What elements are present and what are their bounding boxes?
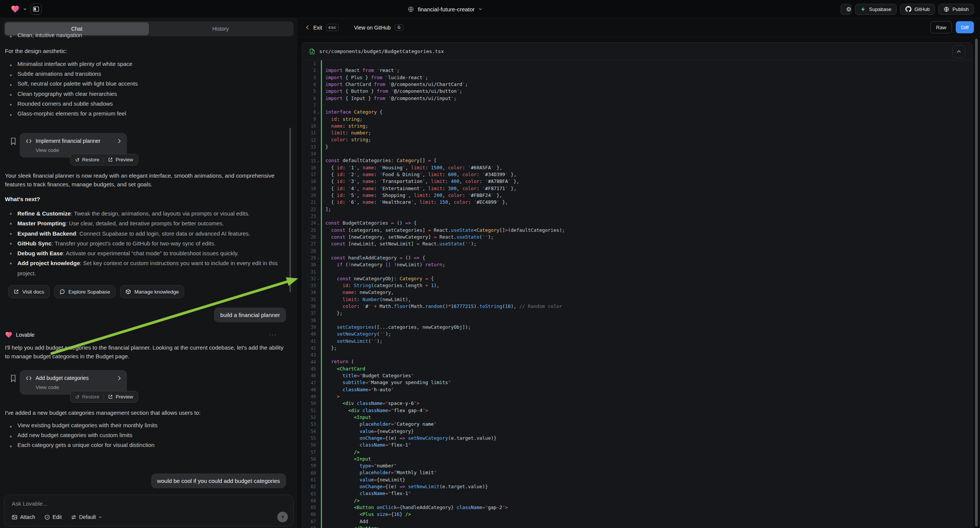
code-line: 9 id: string; [302, 116, 972, 123]
globe-icon [407, 6, 414, 13]
code-line: 34 name: newCategory, [302, 289, 972, 296]
chevron-down-icon [99, 515, 102, 519]
bookmark-icon[interactable] [10, 375, 16, 382]
supabase-button[interactable]: Supabase [855, 4, 897, 15]
exit-button[interactable]: Exit [313, 25, 322, 31]
collapse-file-button[interactable] [952, 45, 965, 58]
code-line: 4import ChartCard from '@/components/ui/… [302, 81, 972, 88]
code-line: 27 const [newLimit, setNewLimit] = React… [302, 240, 972, 247]
code-line: 16 { id: '1', name: 'Housing', limit: 15… [302, 164, 972, 171]
restore-button[interactable]: ↺ Restore [75, 394, 99, 399]
code-lines: 12import React from 'react';3import { Pl… [302, 60, 972, 528]
code-line: 42 }; [302, 345, 972, 351]
preview-button[interactable]: Preview [108, 157, 133, 162]
code-line: 3import { Plus } from 'lucide-react'; [302, 74, 972, 81]
file-header[interactable]: src/components/budget/BudgetCategories.t… [302, 43, 972, 60]
restore-preview-pill: ↺ Restore Preview [70, 391, 138, 402]
composer[interactable]: Ask Lovable... Attach Edit Default [4, 495, 294, 526]
code-line: 29⌄ const handleAddCategory = () => { [302, 254, 972, 261]
code-line: 11 limit: number; [302, 130, 972, 136]
code-line: 8⌄interface Category { [302, 109, 972, 116]
version-card-2-wrap: Add budget categories View code ↺ Restor… [10, 370, 139, 395]
chevron-right-icon [118, 376, 121, 381]
image-icon [12, 514, 18, 520]
code-line: 51 <div className="flex gap-4"> [302, 407, 972, 414]
chevron-right-icon [118, 138, 121, 143]
code-line: 68 </Button> [302, 525, 972, 528]
github-icon [905, 6, 912, 12]
code-line: 57 /> [302, 449, 972, 456]
explore-supabase-button[interactable]: Explore Supabase [54, 285, 116, 298]
sidebar-toggle-button[interactable] [30, 3, 42, 15]
attach-button[interactable]: Attach [12, 514, 35, 520]
supabase-bolt-icon [860, 6, 866, 12]
code-line: 19 { id: '4', name: 'Entertainment', lim… [302, 185, 972, 192]
external-link-icon [108, 394, 113, 399]
file-path: src/components/budget/BudgetCategories.t… [319, 48, 948, 54]
external-link-icon [14, 289, 19, 294]
more-icon[interactable]: ··· [269, 331, 277, 337]
code-line: 30 if (!newCategory || !newLimit) return… [302, 261, 972, 268]
code-line: 10 name: string; [302, 123, 972, 130]
chat-panel: Chat History Clean, intuitive navigation… [0, 18, 298, 528]
code-line: 24⌄const BudgetCategories = () => { [302, 220, 972, 226]
code-line: 62 onChange={(e) => setNewLimit(e.target… [302, 483, 972, 490]
code-line: 49 > [302, 393, 972, 400]
mode-selector[interactable]: Default [71, 514, 102, 520]
code-line: 41 setNewLimit(''); [302, 338, 972, 345]
version-card-1-wrap: Implement financial planner View code ↺ … [10, 133, 139, 157]
gear-icon: ⚙ [846, 6, 851, 13]
manage-knowledge-button[interactable]: Manage knowledge [120, 285, 184, 298]
code-line: 1 [302, 60, 972, 67]
publish-button[interactable]: Publish [938, 4, 974, 15]
project-switcher[interactable]: financial-future-creator [407, 0, 482, 18]
edit-button[interactable]: Edit [45, 514, 62, 520]
restore-button[interactable]: ↺ Restore [75, 157, 99, 162]
chevron-down-icon [479, 7, 482, 11]
code-scrollbar-thumb[interactable] [975, 39, 978, 526]
code-line: 20 { id: '5', name: 'Shopping', limit: 2… [302, 192, 972, 199]
external-link-icon [108, 157, 113, 162]
diff-toggle-button[interactable]: Diff [956, 21, 974, 33]
settings-button[interactable]: ⚙ [841, 4, 851, 15]
resource-buttons: Visit docs Explore Supabase Manage knowl… [8, 285, 293, 298]
code-line: 64 /> [302, 497, 972, 504]
code-line: 36 color: '#' + Math.floor(Math.random()… [302, 303, 972, 310]
design-bullet-list: Minimalist interface with plenty of whit… [5, 60, 289, 120]
view-code-link[interactable]: View code [36, 385, 121, 390]
code-line: 7 [302, 102, 972, 109]
code-card: src/components/budget/BudgetCategories.t… [302, 43, 972, 528]
code-line: 23 [302, 213, 972, 220]
preview-button[interactable]: Preview [108, 394, 133, 399]
list-item: Clean, intuitive navigation [5, 32, 289, 42]
raw-toggle-button[interactable]: Raw [931, 21, 952, 33]
code-line: 44 return ( [302, 358, 972, 365]
code-line: 39 setCategories([...categories, newCate… [302, 324, 972, 331]
whats-next-heading: What's next? [5, 196, 289, 202]
visit-docs-button[interactable]: Visit docs [8, 285, 49, 298]
composer-placeholder[interactable]: Ask Lovable... [12, 500, 47, 507]
chevron-down-icon[interactable] [23, 7, 27, 11]
github-button[interactable]: GitHub [900, 4, 935, 15]
code-view-panel: Exit ESC View on GitHub G Raw Diff src/c… [298, 18, 980, 528]
code-view-toolbar: Exit ESC View on GitHub G Raw Diff [298, 18, 980, 37]
code-line: 26 const [newCategory, setNewCategory] =… [302, 234, 972, 240]
view-on-github-link[interactable]: View on GitHub [354, 25, 391, 31]
user-message: build a financial planner [214, 308, 286, 322]
lovable-logo-heart-icon[interactable] [11, 5, 20, 14]
code-line: 17 { id: '2', name: 'Food & Dining', lim… [302, 171, 972, 178]
project-name: financial-future-creator [418, 6, 475, 13]
code-line: 50 <div className="space-y-6"> [302, 400, 972, 407]
code-icon [26, 376, 32, 381]
code-line: 65 <Button onClick={handleAddCategory} c… [302, 504, 972, 511]
code-line: 59 type="number" [302, 463, 972, 469]
code-line: 43 [302, 351, 972, 358]
design-intro: For the design aesthetic: [5, 46, 289, 55]
code-line: 54 value={newCategory} [302, 428, 972, 435]
code-line: 22]; [302, 206, 972, 213]
view-code-link[interactable]: View code [36, 147, 121, 153]
chevron-left-icon[interactable] [306, 25, 309, 30]
bookmark-icon[interactable] [10, 137, 16, 145]
chat-scrollbar-thumb[interactable] [290, 128, 291, 293]
send-button[interactable] [277, 512, 288, 522]
